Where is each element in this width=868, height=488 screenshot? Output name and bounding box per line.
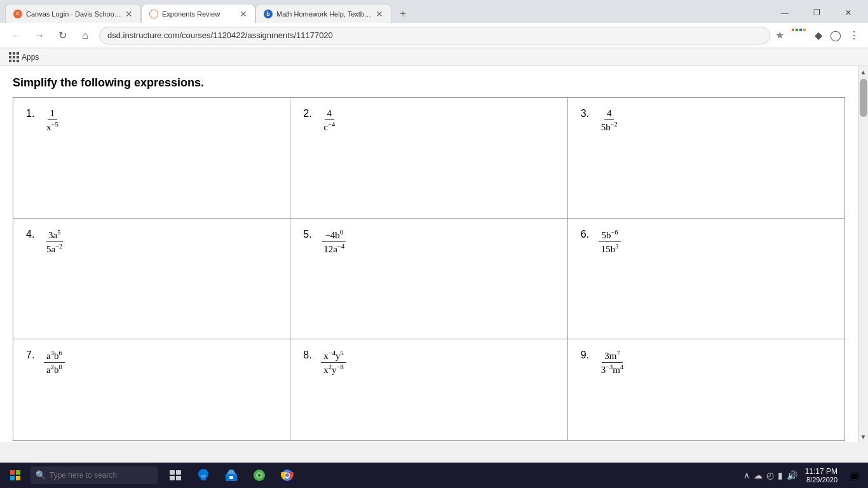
start-button[interactable] xyxy=(0,463,31,488)
taskbar: 🔍 xyxy=(0,463,868,488)
numerator-8: x−4y5 xyxy=(321,349,346,363)
problem-cell-2: 2. 4 c−4 xyxy=(290,98,567,219)
denominator-2: c−4 xyxy=(321,120,337,133)
address-bar: ← → ↻ ⌂ dsd.instructure.com/courses/1120… xyxy=(0,23,868,48)
home-button[interactable]: ⌂ xyxy=(76,27,94,44)
search-box[interactable]: 🔍 xyxy=(31,466,158,484)
tab-bar: C Canvas Login - Davis School Dist ✕ Exp… xyxy=(0,0,868,23)
back-button[interactable]: ← xyxy=(8,27,25,44)
tab-math[interactable]: b Math Homework Help, Textbook ✕ xyxy=(255,4,391,23)
numerator-3: 4 xyxy=(604,108,614,120)
bookmark-star[interactable]: ★ xyxy=(775,29,784,41)
table-row: 4. 3a5 5a−2 5. −4b0 xyxy=(13,219,845,339)
menu-button[interactable]: ⋮ xyxy=(849,29,859,41)
svg-rect-5 xyxy=(176,470,181,475)
denominator-9: 3−3m4 xyxy=(599,363,627,376)
maximize-button[interactable]: ❐ xyxy=(802,3,831,23)
problem-cell-9: 9. 3m7 3−3m4 xyxy=(567,339,844,441)
apps-button[interactable]: Apps xyxy=(6,51,41,64)
problem-cell-4: 4. 3a5 5a−2 xyxy=(13,219,290,339)
table-row: 7. a3b6 a2b8 8. x−4y5 xyxy=(13,339,845,441)
fraction-1: 1 x−5 xyxy=(44,108,61,133)
problem-number-6: 6. xyxy=(581,229,592,240)
numerator-1: 1 xyxy=(48,108,58,120)
reload-button[interactable]: ↻ xyxy=(53,27,71,44)
tray-icons: ∧ ☁ ◴ ▮ 🔊 xyxy=(743,470,797,481)
fraction-2: 4 c−4 xyxy=(321,108,337,133)
svg-rect-4 xyxy=(170,470,175,475)
svg-rect-9 xyxy=(229,476,233,479)
fraction-5: −4b0 12a−4 xyxy=(321,229,347,255)
notification-button[interactable]: ▣ xyxy=(845,463,863,488)
windows-start-icon xyxy=(10,470,20,480)
svg-point-12 xyxy=(258,474,261,477)
tab-math-close[interactable]: ✕ xyxy=(376,9,383,19)
account-icon[interactable]: ◯ xyxy=(830,29,841,41)
math-favicon: b xyxy=(264,10,273,18)
problem-number-8: 8. xyxy=(303,349,315,361)
numerator-2: 4 xyxy=(325,108,335,120)
problem-number-1: 1. xyxy=(26,108,37,119)
fraction-6: 5b−6 15b3 xyxy=(599,229,621,255)
tab-math-label: Math Homework Help, Textbook xyxy=(276,10,372,18)
window-controls: — ❐ ✕ xyxy=(770,3,863,23)
svg-rect-0 xyxy=(10,470,15,475)
svg-rect-3 xyxy=(16,476,20,480)
volume-icon[interactable]: 🔊 xyxy=(787,470,797,481)
browser-chrome: C Canvas Login - Davis School Dist ✕ Exp… xyxy=(0,0,868,66)
problem-cell-7: 7. a3b6 a2b8 xyxy=(13,339,290,441)
numerator-4: 3a5 xyxy=(46,229,63,242)
svg-point-16 xyxy=(285,473,289,477)
tab-canvas[interactable]: C Canvas Login - Davis School Dist ✕ xyxy=(5,4,141,23)
denominator-8: x2y−8 xyxy=(321,363,346,376)
address-input[interactable]: dsd.instructure.com/courses/1120422/assi… xyxy=(99,27,770,44)
forward-button[interactable]: → xyxy=(31,27,48,44)
problem-number-3: 3. xyxy=(581,108,592,119)
scroll-thumb[interactable] xyxy=(860,79,867,117)
tab-exponents[interactable]: Exponents Review ✕ xyxy=(141,4,255,23)
apps-grid-icon xyxy=(9,52,19,62)
battery-icon[interactable]: ▮ xyxy=(778,470,783,481)
denominator-1: x−5 xyxy=(44,120,61,133)
new-tab-button[interactable]: + xyxy=(394,5,412,23)
system-tray: ∧ ☁ ◴ ▮ 🔊 11:17 PM 8/29/2020 ▣ xyxy=(738,463,868,488)
browser-icon[interactable] xyxy=(247,463,272,488)
task-view-button[interactable] xyxy=(163,463,188,488)
edge-icon[interactable] xyxy=(191,463,216,488)
svg-rect-7 xyxy=(176,476,181,480)
cloud-icon[interactable]: ☁ xyxy=(754,470,763,481)
tab-canvas-label: Canvas Login - Davis School Dist xyxy=(26,10,121,18)
tab-exponents-close[interactable]: ✕ xyxy=(240,9,247,19)
system-clock[interactable]: 11:17 PM 8/29/2020 xyxy=(800,467,843,484)
table-row: 1. 1 x−5 2. 4 xyxy=(13,98,845,219)
store-icon[interactable] xyxy=(219,463,244,488)
extensions-puzzle-icon[interactable]: ◆ xyxy=(815,29,822,41)
scrollbar[interactable]: ▲ ▼ xyxy=(858,66,868,442)
numerator-7: a3b6 xyxy=(44,349,65,363)
denominator-3: 5b−2 xyxy=(599,120,620,133)
denominator-4: 5a−2 xyxy=(44,242,65,255)
problem-number-2: 2. xyxy=(303,108,315,119)
problem-number-7: 7. xyxy=(26,349,37,361)
display-icon[interactable]: ◴ xyxy=(766,470,774,481)
denominator-6: 15b3 xyxy=(599,242,621,255)
scroll-down-arrow[interactable]: ▼ xyxy=(859,432,868,441)
minimize-button[interactable]: — xyxy=(770,3,799,23)
bookmarks-bar: Apps xyxy=(0,48,868,66)
chevron-up-icon[interactable]: ∧ xyxy=(743,470,750,481)
tab-canvas-close[interactable]: ✕ xyxy=(125,9,133,19)
problem-number-5: 5. xyxy=(303,229,315,240)
close-button[interactable]: ✕ xyxy=(834,3,863,23)
search-icon: 🔍 xyxy=(36,470,46,480)
scroll-up-arrow[interactable]: ▲ xyxy=(859,67,868,76)
fraction-8: x−4y5 x2y−8 xyxy=(321,349,346,376)
math-problems-table: 1. 1 x−5 2. 4 xyxy=(13,97,845,441)
fraction-3: 4 5b−2 xyxy=(599,108,620,133)
search-input[interactable] xyxy=(50,471,139,480)
problem-cell-1: 1. 1 x−5 xyxy=(13,98,290,219)
problem-number-9: 9. xyxy=(581,349,592,361)
chrome-icon[interactable] xyxy=(275,463,300,488)
svg-rect-2 xyxy=(10,476,15,480)
windows-icon xyxy=(792,29,806,43)
fraction-7: a3b6 a2b8 xyxy=(44,349,65,376)
